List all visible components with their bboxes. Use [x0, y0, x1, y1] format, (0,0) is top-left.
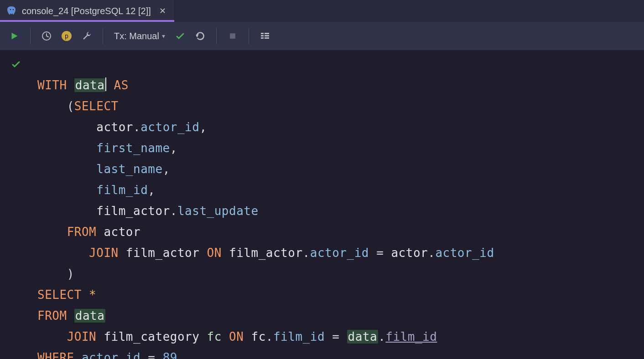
kw-on2: ON [229, 330, 244, 344]
tbl-filmactor2: film_actor [126, 246, 200, 260]
kw-join2: JOIN [67, 330, 97, 344]
col-actorid-where: actor_id [82, 351, 140, 359]
tbl-fc: fc [251, 330, 266, 344]
kw-join: JOIN [89, 246, 119, 260]
tbl-actor2: actor [104, 225, 140, 239]
rparen: ) [67, 267, 74, 281]
svg-rect-7 [265, 33, 269, 34]
kw-as: AS [114, 78, 129, 92]
gutter [0, 50, 32, 359]
svg-rect-8 [261, 35, 264, 36]
kw-where: WHERE [37, 351, 74, 359]
kw-select: SELECT [74, 99, 119, 113]
separator [216, 28, 217, 44]
editor-tab[interactable]: console_24 [PostgreSQL 12 [2]] ✕ [0, 0, 174, 22]
col-filmid2: film_id [273, 330, 325, 344]
chevron-down-icon: ▾ [162, 32, 165, 40]
svg-rect-9 [265, 35, 269, 36]
col-filmid: film_id [96, 183, 148, 197]
kw-from: FROM [67, 225, 97, 239]
svg-rect-5 [230, 33, 235, 39]
separator [30, 28, 31, 44]
tbl-filmactor: film_actor [96, 204, 170, 218]
cte-ref: data [74, 309, 106, 323]
close-icon[interactable]: ✕ [159, 6, 166, 16]
kw-from2: FROM [37, 309, 67, 323]
svg-rect-10 [261, 37, 264, 39]
svg-text:p: p [65, 32, 68, 40]
run-button[interactable] [6, 28, 22, 44]
kw-with: WITH [37, 78, 67, 92]
separator [249, 28, 249, 44]
tab-bar: console_24 [PostgreSQL 12 [2]] ✕ [0, 0, 644, 22]
star: * [89, 288, 96, 302]
toolbar: p Tx: Manual ▾ [0, 22, 644, 50]
col-lastname: last_name [96, 162, 162, 176]
tx-mode-label: Tx: Manual [114, 31, 159, 41]
postgres-icon [6, 5, 17, 16]
sql-editor[interactable]: WITH data AS (SELECT actor.actor_id, fir… [32, 50, 644, 359]
postgres-badge-icon[interactable]: p [59, 28, 74, 44]
tab-active-indicator [0, 20, 174, 22]
svg-rect-11 [265, 37, 269, 39]
svg-point-0 [10, 9, 11, 10]
col-firstname: first_name [96, 141, 170, 155]
kw-select2: SELECT [37, 288, 82, 302]
cte-ref2: data [347, 330, 379, 344]
tab-title: console_24 [PostgreSQL 12 [2]] [22, 6, 151, 16]
editor-area: WITH data AS (SELECT actor.actor_id, fir… [0, 50, 644, 359]
table-view-icon[interactable] [257, 28, 273, 44]
tbl-filmcat: film_category [104, 330, 199, 344]
text-caret [105, 77, 106, 91]
alias-fc: fc [207, 330, 222, 344]
lparen: ( [67, 99, 74, 113]
commit-icon[interactable] [172, 28, 188, 44]
check-icon [10, 59, 21, 70]
col-filmid-link[interactable]: film_id [385, 330, 437, 344]
col-lastupdate: last_update [177, 204, 259, 218]
svg-point-1 [13, 9, 14, 10]
col-actorid: actor_id [140, 120, 199, 134]
cte-name: data [74, 78, 106, 92]
rollback-icon[interactable] [192, 28, 208, 44]
kw-on: ON [207, 246, 222, 260]
tbl-actor3: actor [391, 246, 428, 260]
separator [103, 28, 103, 44]
wrench-icon[interactable] [79, 28, 94, 44]
svg-rect-6 [261, 33, 264, 34]
col-actorid2: actor_id [310, 246, 369, 260]
history-icon[interactable] [39, 28, 54, 44]
stop-icon[interactable] [225, 28, 240, 44]
tbl-actor: actor [96, 120, 133, 134]
col-actorid3: actor_id [435, 246, 494, 260]
tbl-filmactor3: film_actor [229, 246, 303, 260]
tx-mode-dropdown[interactable]: Tx: Manual ▾ [111, 31, 168, 41]
literal-89: 89 [163, 351, 177, 359]
